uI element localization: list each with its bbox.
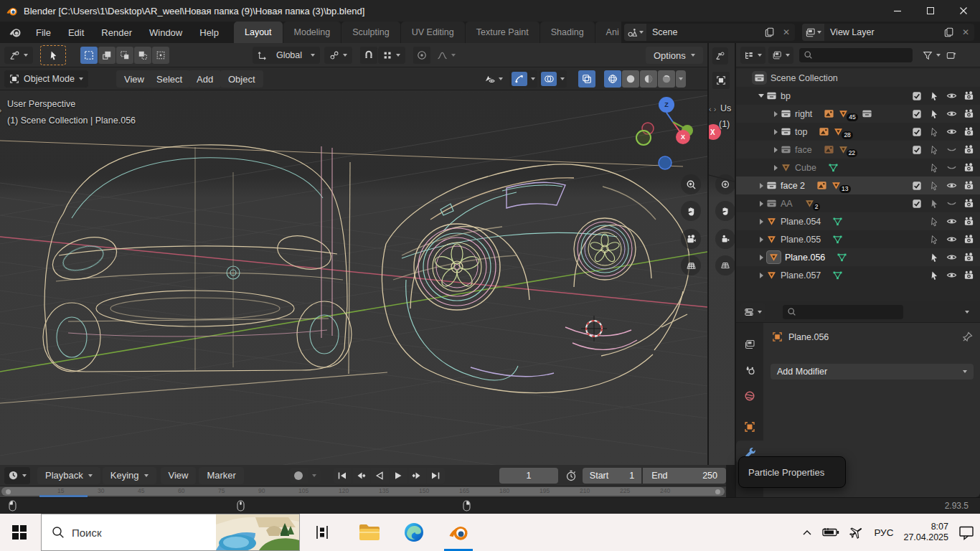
selectable-toggle-icon[interactable]: [927, 232, 941, 247]
falloff-dropdown[interactable]: [432, 47, 461, 64]
area-resize-arrows[interactable]: ‹ ›: [709, 105, 716, 113]
render-camera-icon[interactable]: [961, 89, 976, 103]
auto-keying-record-button[interactable]: [290, 468, 308, 484]
menu-render[interactable]: Render: [93, 22, 141, 43]
copy-view-layer-icon[interactable]: [941, 27, 957, 37]
snap-settings-dropdown[interactable]: [378, 47, 405, 64]
show-overlays-dropdown[interactable]: [539, 70, 567, 88]
outliner-row-plane-056[interactable]: Plane.056: [736, 248, 980, 266]
jump-to-start-button[interactable]: [334, 468, 352, 484]
menu-object[interactable]: Object: [220, 70, 263, 88]
selectable-toggle-icon[interactable]: [927, 125, 941, 139]
selectable-toggle-icon[interactable]: [927, 107, 941, 121]
visibility-eye-icon[interactable]: [944, 250, 958, 265]
outliner-row-top[interactable]: top28: [736, 123, 980, 141]
play-reverse-button[interactable]: [371, 468, 389, 484]
disclosure-triangle-icon[interactable]: [771, 165, 781, 171]
breadcrumb-object-name[interactable]: Plane.056: [788, 332, 829, 342]
viewport-3d[interactable]: User Perspective (1) Scene Collection | …: [0, 90, 707, 465]
render-camera-icon[interactable]: [961, 215, 976, 229]
properties-tab-world[interactable]: [736, 385, 763, 408]
exclude-checkbox[interactable]: [910, 179, 924, 193]
file-explorer-icon[interactable]: [353, 514, 386, 551]
language-indicator[interactable]: РУС: [874, 527, 893, 538]
airplane-mode-icon[interactable]: [849, 525, 864, 540]
select-intersect-button[interactable]: [152, 47, 169, 64]
frame-start-field[interactable]: Start1: [583, 468, 641, 484]
view-layer-icon[interactable]: [802, 24, 824, 41]
secondary-mode-icon[interactable]: [712, 72, 730, 89]
timeline-scrollbar[interactable]: [1, 487, 725, 496]
unlink-scene-icon[interactable]: ✕: [778, 27, 795, 37]
shading-dropdown[interactable]: [676, 70, 686, 88]
gizmo-x-axis-ball[interactable]: X: [676, 130, 690, 144]
outliner-search-input[interactable]: [799, 48, 913, 62]
visibility-eye-icon[interactable]: [944, 125, 958, 139]
remove-view-layer-icon[interactable]: ✕: [957, 27, 974, 37]
playback-menu[interactable]: Playback: [37, 467, 100, 484]
ortho-grid-button[interactable]: [681, 255, 701, 276]
exclude-checkbox[interactable]: [910, 107, 924, 121]
task-view-button[interactable]: [306, 514, 339, 551]
taskbar-clock[interactable]: 8:07 27.04.2025: [903, 522, 948, 543]
view-layer-name[interactable]: View Layer: [824, 27, 941, 37]
selectable-toggle-icon[interactable]: [927, 143, 941, 157]
stopwatch-icon[interactable]: [565, 470, 577, 481]
properties-tab-scene[interactable]: [736, 359, 763, 382]
show-gizmo-dropdown[interactable]: [509, 70, 537, 88]
render-camera-icon[interactable]: [961, 161, 976, 175]
snap-toggle-magnet-icon[interactable]: [360, 47, 377, 64]
selectable-toggle-icon[interactable]: [927, 250, 941, 265]
select-subtract-button[interactable]: [116, 47, 133, 64]
object-visibility-dropdown[interactable]: [479, 70, 508, 88]
visibility-eye-icon[interactable]: [944, 215, 958, 229]
taskbar-search-box[interactable]: Поиск: [41, 514, 300, 551]
select-extend-button[interactable]: [98, 47, 116, 64]
secondary-grid-button[interactable]: [715, 255, 735, 276]
workspace-tab-ani[interactable]: Ani: [595, 22, 621, 43]
selectable-toggle-icon[interactable]: [927, 197, 941, 211]
disclosure-triangle-icon[interactable]: [771, 111, 781, 117]
render-camera-icon[interactable]: [961, 250, 976, 265]
prev-keyframe-button[interactable]: [352, 468, 370, 484]
secondary-zoom-button[interactable]: [715, 174, 735, 194]
copy-scene-icon[interactable]: [762, 27, 778, 37]
workspace-tab-shading[interactable]: Shading: [540, 22, 595, 43]
timeline-marker-menu[interactable]: Marker: [199, 467, 243, 484]
shading-rendered-button[interactable]: [658, 70, 675, 88]
gizmo-z-axis-ball[interactable]: Z: [659, 97, 674, 113]
properties-tab-object[interactable]: [736, 415, 763, 438]
pin-icon[interactable]: [962, 331, 973, 342]
selectable-toggle-icon[interactable]: [927, 179, 941, 193]
pan-hand-button[interactable]: [681, 201, 701, 221]
timeline-view-menu[interactable]: View: [161, 467, 197, 484]
disclosure-triangle-icon[interactable]: [771, 129, 781, 135]
start-button[interactable]: [3, 514, 36, 551]
action-center-icon[interactable]: [958, 524, 974, 540]
selectable-toggle-icon[interactable]: [927, 268, 941, 283]
battery-icon[interactable]: [822, 527, 839, 537]
menu-select[interactable]: Select: [149, 70, 190, 88]
selectable-toggle-icon[interactable]: [927, 161, 941, 175]
disclosure-triangle-icon[interactable]: [756, 94, 766, 98]
workspace-tab-modeling[interactable]: Modeling: [283, 22, 341, 43]
render-camera-icon[interactable]: [961, 232, 976, 247]
outliner-row-cube[interactable]: Cube: [736, 159, 980, 176]
shading-solid-button[interactable]: [622, 70, 639, 88]
render-camera-icon[interactable]: [961, 268, 976, 283]
frame-end-field[interactable]: End250: [643, 468, 726, 484]
disclosure-triangle-icon[interactable]: [756, 255, 766, 260]
blender-menu-logo-icon[interactable]: [9, 26, 22, 39]
menu-file[interactable]: File: [27, 22, 60, 43]
active-tool-select-button[interactable]: [40, 45, 66, 65]
timeline-ruler[interactable]: 1530456075901051201351501651801952102252…: [0, 486, 726, 497]
current-frame-field[interactable]: 1: [499, 468, 558, 484]
properties-options-dropdown[interactable]: [960, 303, 974, 321]
menu-help[interactable]: Help: [191, 22, 227, 43]
menu-add[interactable]: Add: [189, 70, 221, 88]
visibility-eye-icon[interactable]: [944, 232, 958, 247]
visibility-eye-icon[interactable]: [944, 143, 958, 157]
disclosure-triangle-icon[interactable]: [756, 201, 766, 207]
maximize-button[interactable]: [914, 0, 947, 22]
outliner-row-plane-055[interactable]: Plane.055: [736, 230, 980, 248]
